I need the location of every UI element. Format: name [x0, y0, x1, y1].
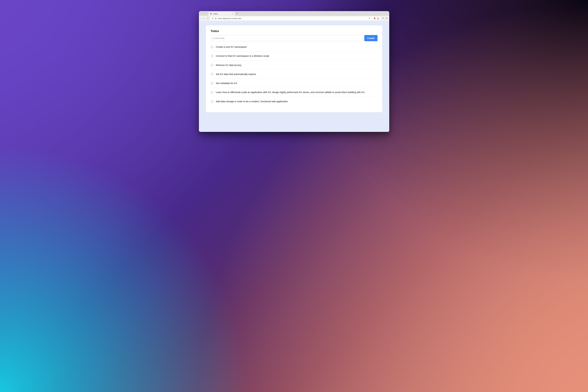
window-controls	[200, 13, 208, 14]
todo-text: Retrieve KV data by key	[216, 64, 377, 67]
new-tab-button[interactable]: +	[236, 12, 239, 15]
traffic-zoom[interactable]	[205, 13, 207, 14]
todo-text: Set metadata for KV	[216, 82, 377, 85]
todo-checkbox[interactable]	[211, 91, 213, 93]
todo-text: Add data storage in order to be a modern…	[216, 100, 377, 103]
close-icon[interactable]: ×	[232, 13, 233, 15]
todo-row: Add data storage in order to be a modern…	[211, 97, 377, 106]
back-button[interactable]: ◁	[201, 18, 202, 19]
page-viewport: Todos Create Create a new KV namespaceCo…	[199, 21, 389, 132]
create-button[interactable]: Create	[364, 35, 377, 41]
traffic-minimize[interactable]	[203, 13, 204, 14]
todo-checkbox[interactable]	[211, 73, 213, 75]
todo-text: Connect to that KV namespace in a Worker…	[216, 54, 377, 58]
nav-controls: ◁ ▷	[201, 18, 209, 19]
todo-text: Learn how to effectively scale an applic…	[216, 91, 377, 94]
brave-shield-icon[interactable]	[374, 17, 376, 20]
tab-title: Todos	[213, 13, 231, 15]
forward-button[interactable]: ▷	[204, 18, 205, 19]
url-text: todos.signalnerve.workers.dev	[218, 18, 242, 19]
browser-tab[interactable]: Todos ×	[208, 12, 235, 16]
browser-window: Todos × + ◁ ▷ todos.signalnerve.workers.…	[199, 11, 389, 132]
bookmark-icon[interactable]	[212, 18, 214, 19]
bat-icon[interactable]	[377, 18, 379, 19]
todo-checkbox[interactable]	[211, 100, 213, 102]
address-bar[interactable]: todos.signalnerve.workers.dev |	[210, 17, 380, 20]
new-todo-input[interactable]	[211, 35, 363, 41]
tab-strip: Todos × +	[199, 11, 389, 16]
todo-checkbox[interactable]	[211, 64, 213, 66]
traffic-close[interactable]	[200, 13, 202, 14]
todo-text: Create a new KV namespace	[216, 45, 377, 48]
zoom-icon[interactable]	[369, 18, 371, 19]
todo-row: Create a new KV namespace	[211, 42, 377, 51]
todo-row: Set KV data that automatically expires	[211, 70, 377, 78]
todo-row: Learn how to effectively scale an applic…	[211, 88, 377, 97]
todo-text: Set KV data that automatically expires	[216, 72, 377, 76]
todo-checkbox[interactable]	[211, 82, 213, 84]
todo-row: Connect to that KV namespace in a Worker…	[211, 51, 377, 60]
toolbar: ◁ ▷ todos.signalnerve.workers.dev |	[199, 16, 389, 21]
todo-row: Set metadata for KV	[211, 78, 377, 88]
lock-icon	[215, 18, 217, 19]
todo-checkbox[interactable]	[211, 55, 213, 57]
toolbar-right	[382, 17, 388, 20]
compose-row: Create	[211, 35, 377, 41]
page-title: Todos	[211, 30, 377, 33]
extensions-icon[interactable]	[382, 17, 384, 20]
todo-checkbox[interactable]	[211, 46, 213, 48]
todo-list: Create a new KV namespaceConnect to that…	[211, 42, 377, 106]
todo-row: Retrieve KV data by key	[211, 60, 377, 70]
todos-card: Todos Create Create a new KV namespaceCo…	[206, 25, 382, 112]
reload-button[interactable]	[207, 18, 209, 19]
menu-icon[interactable]	[386, 18, 388, 19]
globe-icon	[210, 13, 212, 15]
separator: |	[372, 18, 372, 19]
